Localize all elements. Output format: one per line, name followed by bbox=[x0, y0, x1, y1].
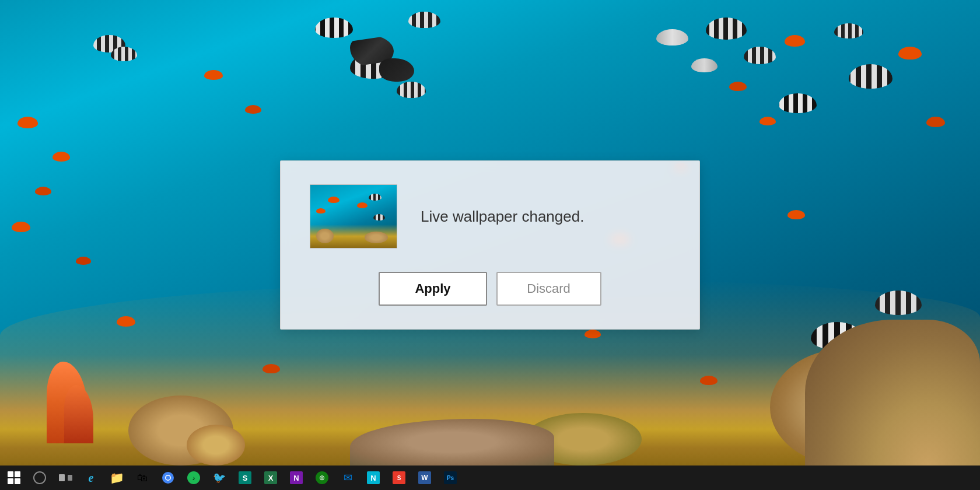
edge-icon: e bbox=[89, 471, 94, 485]
taskbar: e 📁 🛍 ♪ 🐦 S X N ⊕ bbox=[0, 466, 980, 490]
word-button[interactable]: W bbox=[413, 466, 436, 489]
onenote-icon: N bbox=[290, 471, 303, 484]
spotify-icon: ♪ bbox=[187, 471, 200, 484]
edge-button[interactable]: e bbox=[79, 466, 103, 489]
file-explorer-button[interactable]: 📁 bbox=[105, 466, 128, 489]
dialog-message: Live wallpaper changed. bbox=[421, 208, 584, 226]
xbox-icon: ⊕ bbox=[316, 471, 328, 484]
onenote-button[interactable]: N bbox=[285, 466, 308, 489]
twitter-button[interactable]: 🐦 bbox=[208, 466, 231, 489]
mail-icon: ✉ bbox=[344, 471, 352, 484]
xbox-button[interactable]: ⊕ bbox=[310, 466, 334, 489]
excel-icon: X bbox=[264, 471, 277, 484]
wallpaper-changed-dialog: Live wallpaper changed. Apply Discard bbox=[280, 160, 700, 330]
cortana-icon bbox=[33, 471, 46, 484]
store-icon: 🛍 bbox=[137, 472, 148, 484]
thumb-fish-3 bbox=[369, 194, 382, 201]
thumb-fish-5 bbox=[373, 214, 385, 220]
svg-point-2 bbox=[166, 476, 170, 480]
sonos-icon: S bbox=[393, 471, 405, 484]
windows-start-button[interactable] bbox=[2, 466, 26, 489]
folder-icon: 📁 bbox=[110, 471, 124, 485]
thumb-fish-1 bbox=[328, 197, 340, 203]
spotify-button[interactable]: ♪ bbox=[182, 466, 205, 489]
sway-icon: S bbox=[239, 471, 251, 484]
sonos-button[interactable]: S bbox=[387, 466, 411, 489]
task-view-icon bbox=[59, 474, 72, 481]
notes-icon: N bbox=[367, 471, 380, 484]
sway-button[interactable]: S bbox=[233, 466, 257, 489]
dialog-content-area: Live wallpaper changed. bbox=[310, 184, 670, 249]
word-icon: W bbox=[418, 471, 431, 484]
discard-button[interactable]: Discard bbox=[496, 272, 601, 306]
chrome-icon bbox=[162, 471, 174, 484]
task-view-button[interactable] bbox=[54, 466, 77, 489]
excel-button[interactable]: X bbox=[259, 466, 282, 489]
windows-store-button[interactable]: 🛍 bbox=[131, 466, 154, 489]
wallpaper-thumbnail bbox=[310, 184, 397, 249]
thumb-coral-2 bbox=[365, 232, 388, 243]
thumb-fish-2 bbox=[357, 202, 368, 208]
cortana-search-button[interactable] bbox=[28, 466, 51, 489]
twitter-icon: 🐦 bbox=[213, 471, 226, 484]
dialog-buttons: Apply Discard bbox=[310, 272, 670, 306]
apply-button[interactable]: Apply bbox=[379, 272, 487, 306]
photoshop-button[interactable]: Ps bbox=[439, 466, 462, 489]
dialog-overlay: Live wallpaper changed. Apply Discard bbox=[0, 0, 980, 490]
chrome-button[interactable] bbox=[156, 466, 180, 489]
thumb-fish-4 bbox=[316, 208, 326, 214]
windows-logo-icon bbox=[8, 471, 20, 484]
thumb-coral-1 bbox=[316, 229, 334, 243]
photoshop-icon: Ps bbox=[444, 471, 457, 484]
mail-button[interactable]: ✉ bbox=[336, 466, 359, 489]
sticky-notes-button[interactable]: N bbox=[362, 466, 385, 489]
